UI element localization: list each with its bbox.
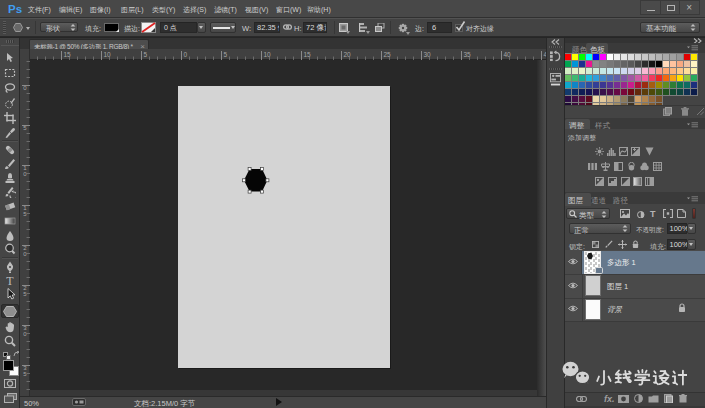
svg-text:0: 0 [184, 51, 188, 58]
svg-text:10: 10 [104, 51, 112, 58]
svg-text:15: 15 [304, 51, 312, 58]
svg-text:35: 35 [464, 51, 472, 58]
svg-text:15: 15 [64, 51, 72, 58]
svg-text:40: 40 [504, 51, 512, 58]
svg-text:25: 25 [384, 51, 392, 58]
svg-text:T: T [6, 274, 14, 286]
svg-text:10: 10 [264, 51, 272, 58]
svg-text:20: 20 [344, 51, 352, 58]
svg-text:5: 5 [224, 51, 228, 58]
svg-text:30: 30 [424, 51, 432, 58]
svg-text:5: 5 [144, 51, 148, 58]
